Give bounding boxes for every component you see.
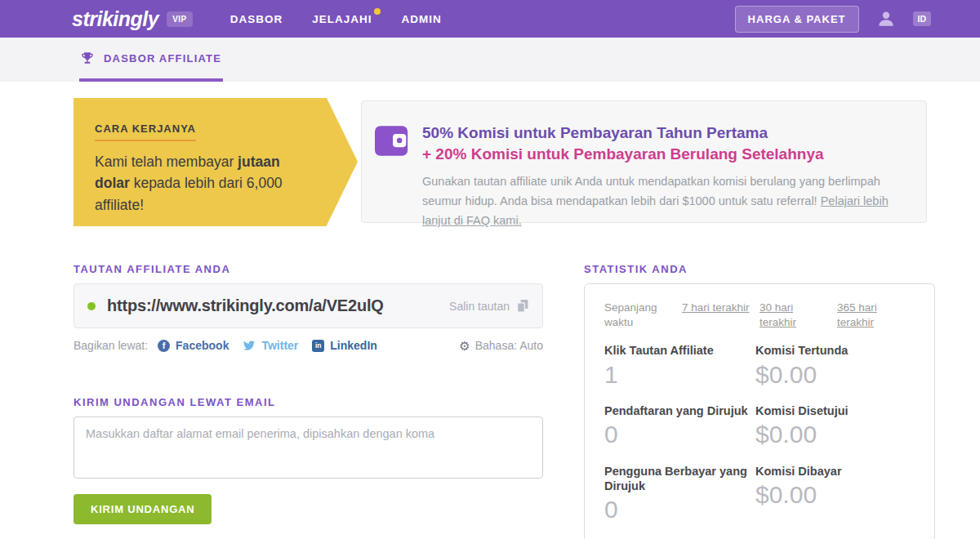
locale-badge[interactable]: ID	[913, 11, 932, 26]
tab-affiliate-dashboard[interactable]: DASBOR AFFILIATE	[79, 38, 223, 82]
send-invite-button[interactable]: KIRIM UNDANGAN	[74, 494, 212, 524]
twitter-icon	[243, 340, 256, 351]
stat-approved-commission: Komisi Disetujui $0.00	[755, 403, 915, 449]
period-tabs: Sepanjang waktu 7 hari terakhir 30 hari …	[604, 301, 915, 330]
copy-link-label: Salin tautan	[449, 300, 510, 313]
sub-navbar: DASBOR AFFILIATE	[0, 38, 980, 82]
stat-value: 1	[604, 361, 755, 390]
stat-label: Klik Tautan Affiliate	[604, 343, 755, 358]
trophy-icon	[81, 51, 94, 65]
banner-text: Kami telah membayar jutaan dolar kepada …	[95, 151, 309, 216]
user-icon[interactable]	[877, 10, 895, 28]
tab-label: DASBOR AFFILIATE	[104, 52, 221, 65]
share-row: Bagikan lewat: f Facebook Twitter in Lin…	[74, 339, 543, 352]
affiliate-url: https://www.strikingly.com/a/VE2ulQ	[107, 296, 384, 315]
top-navbar: strikingly VIP DASBOR JELAJAHI ADMIN HAR…	[0, 0, 980, 38]
navbar-right: HARGA & PAKET ID	[735, 6, 931, 33]
stat-label: Pengguna Berbayar yang Dirujuk	[604, 464, 755, 493]
stat-label: Komisi Dibayar	[755, 464, 915, 479]
share-label: Bagikan lewat:	[74, 339, 148, 352]
how-it-works-row: CARA KERJANYA Kami telah membayar jutaan…	[74, 98, 927, 226]
email-invite-section: KIRIM UNDANGAN LEWAT EMAIL KIRIM UNDANGA…	[74, 396, 543, 524]
period-tab-all-time[interactable]: Sepanjang waktu	[604, 301, 675, 330]
nav-item-admin[interactable]: ADMIN	[402, 13, 442, 25]
stat-referred-signups: Pendaftaran yang Dirujuk 0	[604, 403, 755, 449]
stat-paid-commission: Komisi Dibayar $0.00	[755, 464, 915, 524]
columns-row: TAUTAN AFFILIATE ANDA https://www.striki…	[74, 263, 927, 539]
right-column: STATISTIK ANDA Sepanjang waktu 7 hari te…	[584, 263, 935, 539]
status-dot	[87, 302, 96, 310]
affiliate-link-title: TAUTAN AFFILIATE ANDA	[74, 263, 543, 275]
period-tab-30-days[interactable]: 30 hari terakhir	[760, 301, 831, 330]
period-tab-365-days[interactable]: 365 hari terakhir	[837, 301, 908, 330]
vip-badge: VIP	[167, 11, 193, 27]
nav-item-jelajahi[interactable]: JELAJAHI	[312, 13, 372, 25]
copy-icon	[516, 299, 529, 313]
stat-label: Komisi Tertunda	[755, 343, 915, 358]
nav-item-dasbor[interactable]: DASBOR	[230, 13, 283, 25]
stat-link-clicks: Klik Tautan Affiliate 1	[604, 343, 755, 389]
stats-panel: Sepanjang waktu 7 hari terakhir 30 hari …	[584, 283, 935, 539]
language-setting[interactable]: ⚙ Bahasa: Auto	[459, 339, 543, 352]
notification-dot	[374, 8, 381, 15]
social-link-linkedin[interactable]: in LinkedIn	[312, 339, 377, 352]
promo-heading-primary: 50% Komisi untuk Pembayaran Tahun Pertam…	[422, 122, 908, 144]
banner-kicker: CARA KERJANYA	[95, 122, 196, 141]
facebook-icon: f	[158, 340, 170, 352]
stat-label: Pendaftaran yang Dirujuk	[604, 403, 755, 418]
pricing-button[interactable]: HARGA & PAKET	[735, 6, 859, 33]
stat-referred-paid-users: Pengguna Berbayar yang Dirujuk 0	[604, 464, 755, 524]
left-column: TAUTAN AFFILIATE ANDA https://www.striki…	[74, 263, 543, 539]
stats-title: STATISTIK ANDA	[584, 263, 935, 275]
linkedin-icon: in	[312, 340, 324, 352]
stat-value: 0	[604, 496, 755, 524]
how-it-works-banner: CARA KERJANYA Kami telah membayar jutaan…	[74, 98, 327, 226]
wallet-icon	[375, 126, 411, 156]
promo-text: 50% Komisi untuk Pembayaran Tahun Pertam…	[422, 122, 908, 222]
affiliate-link-box: https://www.strikingly.com/a/VE2ulQ Sali…	[74, 283, 543, 328]
stat-label: Komisi Disetujui	[755, 403, 915, 418]
period-tab-7-days[interactable]: 7 hari terakhir	[682, 301, 753, 330]
promo-card: 50% Komisi untuk Pembayaran Tahun Pertam…	[361, 100, 927, 223]
promo-heading-secondary: + 20% Komisi untuk Pembayaran Berulang S…	[422, 144, 908, 165]
stat-value: $0.00	[755, 361, 915, 390]
social-link-twitter[interactable]: Twitter	[243, 339, 298, 352]
gear-icon: ⚙	[459, 340, 470, 352]
promo-body: Gunakan tautan affiliate unik Anda untuk…	[422, 172, 908, 231]
main-content: CARA KERJANYA Kami telah membayar jutaan…	[0, 82, 980, 539]
stat-value: $0.00	[755, 481, 915, 510]
copy-link-button[interactable]: Salin tautan	[449, 299, 529, 313]
language-label: Bahasa: Auto	[475, 339, 543, 352]
stat-value: $0.00	[755, 421, 915, 449]
stat-value: 0	[604, 421, 755, 449]
stat-pending-commission: Komisi Tertunda $0.00	[755, 343, 915, 389]
email-invite-title: KIRIM UNDANGAN LEWAT EMAIL	[74, 396, 543, 408]
stats-grid: Klik Tautan Affiliate 1 Komisi Tertunda …	[604, 343, 915, 523]
nav-links: DASBOR JELAJAHI ADMIN	[230, 13, 442, 25]
strikingly-logo[interactable]: strikingly	[72, 7, 158, 31]
social-link-facebook[interactable]: f Facebook	[158, 339, 229, 352]
email-input[interactable]	[74, 416, 543, 479]
